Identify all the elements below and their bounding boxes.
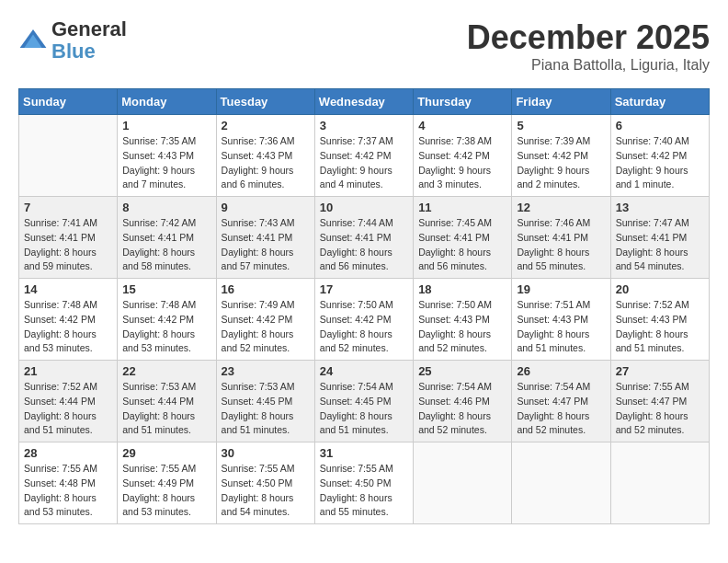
- day-number: 21: [24, 364, 112, 378]
- header-cell-tuesday: Tuesday: [216, 89, 314, 115]
- day-info: Sunrise: 7:55 AMSunset: 4:48 PMDaylight:…: [24, 462, 112, 520]
- day-info: Sunrise: 7:37 AMSunset: 4:42 PMDaylight:…: [320, 134, 408, 192]
- calendar-cell: 3Sunrise: 7:37 AMSunset: 4:42 PMDaylight…: [314, 115, 413, 197]
- calendar-cell: [19, 115, 118, 197]
- logo-icon: [18, 26, 48, 55]
- day-info: Sunrise: 7:42 AMSunset: 4:41 PMDaylight:…: [122, 216, 210, 274]
- day-info: Sunrise: 7:55 AMSunset: 4:49 PMDaylight:…: [122, 462, 210, 520]
- day-info: Sunrise: 7:53 AMSunset: 4:44 PMDaylight:…: [122, 380, 210, 438]
- calendar-cell: 23Sunrise: 7:53 AMSunset: 4:45 PMDayligh…: [216, 361, 314, 442]
- day-number: 29: [122, 446, 210, 460]
- day-info: Sunrise: 7:55 AMSunset: 4:50 PMDaylight:…: [320, 462, 408, 520]
- day-info: Sunrise: 7:55 AMSunset: 4:47 PMDaylight:…: [616, 380, 704, 438]
- calendar-cell: 9Sunrise: 7:43 AMSunset: 4:41 PMDaylight…: [216, 197, 314, 279]
- calendar-cell: 10Sunrise: 7:44 AMSunset: 4:41 PMDayligh…: [314, 197, 413, 279]
- day-number: 14: [24, 282, 112, 296]
- day-info: Sunrise: 7:54 AMSunset: 4:47 PMDaylight:…: [517, 380, 605, 438]
- header-row: SundayMondayTuesdayWednesdayThursdayFrid…: [19, 89, 710, 115]
- day-info: Sunrise: 7:47 AMSunset: 4:41 PMDaylight:…: [616, 216, 704, 274]
- calendar-week-3: 14Sunrise: 7:48 AMSunset: 4:42 PMDayligh…: [19, 279, 710, 361]
- calendar-cell: 5Sunrise: 7:39 AMSunset: 4:42 PMDaylight…: [512, 115, 610, 197]
- day-number: 18: [418, 282, 506, 296]
- calendar-cell: 2Sunrise: 7:36 AMSunset: 4:43 PMDaylight…: [216, 115, 314, 197]
- header-cell-saturday: Saturday: [610, 89, 709, 115]
- header-cell-monday: Monday: [118, 89, 216, 115]
- day-info: Sunrise: 7:40 AMSunset: 4:42 PMDaylight:…: [616, 134, 704, 192]
- day-number: 5: [517, 119, 605, 132]
- day-info: Sunrise: 7:46 AMSunset: 4:41 PMDaylight:…: [517, 216, 605, 274]
- location-subtitle: Piana Battolla, Liguria, Italy: [467, 57, 710, 74]
- day-number: 8: [122, 201, 210, 214]
- calendar-cell: 14Sunrise: 7:48 AMSunset: 4:42 PMDayligh…: [19, 279, 118, 361]
- day-number: 17: [320, 282, 408, 296]
- day-info: Sunrise: 7:54 AMSunset: 4:46 PMDaylight:…: [418, 380, 506, 438]
- day-number: 30: [222, 446, 310, 460]
- calendar-cell: 6Sunrise: 7:40 AMSunset: 4:42 PMDaylight…: [610, 115, 709, 197]
- calendar-cell: [512, 442, 610, 524]
- calendar-cell: 25Sunrise: 7:54 AMSunset: 4:46 PMDayligh…: [414, 361, 512, 442]
- calendar-cell: 16Sunrise: 7:49 AMSunset: 4:42 PMDayligh…: [216, 279, 314, 361]
- day-number: 13: [616, 201, 704, 214]
- calendar-cell: 13Sunrise: 7:47 AMSunset: 4:41 PMDayligh…: [610, 197, 709, 279]
- calendar-cell: 7Sunrise: 7:41 AMSunset: 4:41 PMDaylight…: [19, 197, 118, 279]
- calendar-cell: 1Sunrise: 7:35 AMSunset: 4:43 PMDaylight…: [118, 115, 216, 197]
- calendar-cell: 4Sunrise: 7:38 AMSunset: 4:42 PMDaylight…: [414, 115, 512, 197]
- header-cell-wednesday: Wednesday: [314, 89, 413, 115]
- day-info: Sunrise: 7:43 AMSunset: 4:41 PMDaylight:…: [222, 216, 310, 274]
- header-cell-friday: Friday: [512, 89, 610, 115]
- calendar-week-4: 21Sunrise: 7:52 AMSunset: 4:44 PMDayligh…: [19, 361, 710, 442]
- day-info: Sunrise: 7:41 AMSunset: 4:41 PMDaylight:…: [24, 216, 112, 274]
- calendar-cell: 30Sunrise: 7:55 AMSunset: 4:50 PMDayligh…: [216, 442, 314, 524]
- calendar-cell: 24Sunrise: 7:54 AMSunset: 4:45 PMDayligh…: [314, 361, 413, 442]
- calendar-cell: 12Sunrise: 7:46 AMSunset: 4:41 PMDayligh…: [512, 197, 610, 279]
- day-info: Sunrise: 7:44 AMSunset: 4:41 PMDaylight:…: [320, 216, 408, 274]
- day-info: Sunrise: 7:51 AMSunset: 4:43 PMDaylight:…: [517, 298, 605, 356]
- day-info: Sunrise: 7:35 AMSunset: 4:43 PMDaylight:…: [122, 134, 210, 192]
- calendar-cell: 18Sunrise: 7:50 AMSunset: 4:43 PMDayligh…: [414, 279, 512, 361]
- day-number: 3: [320, 119, 408, 132]
- header-cell-sunday: Sunday: [19, 89, 118, 115]
- month-title: December 2025: [467, 18, 710, 57]
- logo: General Blue: [18, 18, 127, 63]
- calendar-cell: 20Sunrise: 7:52 AMSunset: 4:43 PMDayligh…: [610, 279, 709, 361]
- calendar-cell: 19Sunrise: 7:51 AMSunset: 4:43 PMDayligh…: [512, 279, 610, 361]
- day-number: 20: [616, 282, 704, 296]
- day-info: Sunrise: 7:53 AMSunset: 4:45 PMDaylight:…: [222, 380, 310, 438]
- day-info: Sunrise: 7:54 AMSunset: 4:45 PMDaylight:…: [320, 380, 408, 438]
- day-number: 24: [320, 364, 408, 378]
- logo-line2: Blue: [51, 40, 127, 63]
- day-info: Sunrise: 7:45 AMSunset: 4:41 PMDaylight:…: [418, 216, 506, 274]
- day-info: Sunrise: 7:39 AMSunset: 4:42 PMDaylight:…: [517, 134, 605, 192]
- logo-text: General Blue: [51, 18, 127, 63]
- day-info: Sunrise: 7:48 AMSunset: 4:42 PMDaylight:…: [122, 298, 210, 356]
- calendar-cell: 27Sunrise: 7:55 AMSunset: 4:47 PMDayligh…: [610, 361, 709, 442]
- calendar-cell: 26Sunrise: 7:54 AMSunset: 4:47 PMDayligh…: [512, 361, 610, 442]
- day-number: 6: [616, 119, 704, 132]
- day-number: 4: [418, 119, 506, 132]
- day-number: 26: [517, 364, 605, 378]
- calendar-cell: 15Sunrise: 7:48 AMSunset: 4:42 PMDayligh…: [118, 279, 216, 361]
- calendar-cell: [610, 442, 709, 524]
- calendar-week-1: 1Sunrise: 7:35 AMSunset: 4:43 PMDaylight…: [19, 115, 710, 197]
- day-number: 9: [222, 201, 310, 214]
- calendar-cell: 29Sunrise: 7:55 AMSunset: 4:49 PMDayligh…: [118, 442, 216, 524]
- calendar-cell: 21Sunrise: 7:52 AMSunset: 4:44 PMDayligh…: [19, 361, 118, 442]
- page-header: General Blue December 2025 Piana Battoll…: [18, 18, 710, 74]
- day-info: Sunrise: 7:48 AMSunset: 4:42 PMDaylight:…: [24, 298, 112, 356]
- calendar-cell: 11Sunrise: 7:45 AMSunset: 4:41 PMDayligh…: [414, 197, 512, 279]
- day-number: 15: [122, 282, 210, 296]
- calendar-cell: 17Sunrise: 7:50 AMSunset: 4:42 PMDayligh…: [314, 279, 413, 361]
- calendar-cell: 8Sunrise: 7:42 AMSunset: 4:41 PMDaylight…: [118, 197, 216, 279]
- day-info: Sunrise: 7:55 AMSunset: 4:50 PMDaylight:…: [222, 462, 310, 520]
- logo-line1: General: [51, 18, 127, 40]
- title-section: December 2025 Piana Battolla, Liguria, I…: [467, 18, 710, 74]
- day-number: 12: [517, 201, 605, 214]
- calendar-cell: 22Sunrise: 7:53 AMSunset: 4:44 PMDayligh…: [118, 361, 216, 442]
- day-info: Sunrise: 7:50 AMSunset: 4:42 PMDaylight:…: [320, 298, 408, 356]
- calendar-cell: 28Sunrise: 7:55 AMSunset: 4:48 PMDayligh…: [19, 442, 118, 524]
- day-number: 10: [320, 201, 408, 214]
- calendar-week-5: 28Sunrise: 7:55 AMSunset: 4:48 PMDayligh…: [19, 442, 710, 524]
- day-info: Sunrise: 7:36 AMSunset: 4:43 PMDaylight:…: [222, 134, 310, 192]
- day-number: 7: [24, 201, 112, 214]
- day-number: 2: [222, 119, 310, 132]
